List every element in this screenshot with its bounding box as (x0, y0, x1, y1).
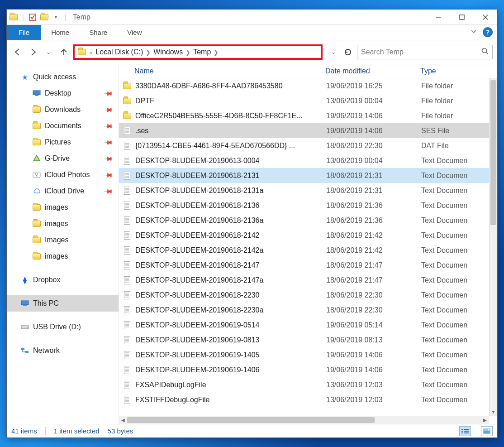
svg-marker-9 (33, 155, 40, 161)
file-row[interactable]: 3380DA48-6DBF-A686-8FF4-AAD78645358019/0… (119, 78, 489, 93)
file-date: 18/06/2019 21:31 (326, 187, 421, 195)
file-row[interactable]: DESKTOP-8LUDEEM-20190613-000413/06/2019 … (119, 153, 489, 168)
help-button[interactable]: ? (483, 27, 493, 37)
properties-icon[interactable] (29, 13, 37, 21)
dropbox-icon: ⧫ (20, 275, 29, 284)
scroll-right-icon[interactable]: ▶ (481, 418, 489, 423)
close-button[interactable] (474, 10, 497, 25)
sidebar-item-label: G-Drive (45, 154, 70, 163)
file-name: DESKTOP-8LUDEEM-20190618-2136 (135, 202, 326, 210)
file-row[interactable]: DESKTOP-8LUDEEM-20190618-2142a18/06/2019… (119, 243, 489, 258)
file-name: DESKTOP-8LUDEEM-20190618-2230 (135, 291, 326, 299)
file-row[interactable]: {07139514-CBE5-4461-89F4-5EAD670566DD} .… (119, 138, 489, 153)
file-type: DAT File (421, 142, 489, 150)
sidebar-item[interactable]: images (7, 248, 119, 264)
sidebar-item[interactable]: Pictures📌 (7, 134, 119, 150)
pin-icon: 📌 (104, 88, 114, 98)
folder-icon (123, 82, 132, 91)
folder-icon (77, 48, 86, 57)
svg-point-5 (482, 48, 487, 53)
new-folder-icon[interactable] (40, 13, 48, 21)
details-view-button[interactable] (459, 426, 471, 436)
col-date[interactable]: Date modified (325, 67, 420, 75)
file-row[interactable]: DESKTOP-8LUDEEM-20190618-2131a18/06/2019… (119, 183, 489, 198)
file-row[interactable]: DESKTOP-8LUDEEM-20190618-214218/06/2019 … (119, 228, 489, 243)
sidebar-item[interactable]: images (7, 199, 119, 216)
chevron-right-icon[interactable]: ❯ (183, 49, 193, 56)
file-row[interactable]: DESKTOP-8LUDEEM-20190618-213618/06/2019 … (119, 198, 489, 213)
file-row[interactable]: .ses19/06/2019 14:06SES File (119, 123, 489, 138)
file-row[interactable]: FXSTIFFDebugLogFile13/06/2019 12:03Text … (119, 392, 489, 407)
file-row[interactable]: OfficeC2R504BE5B5-555E-4D6B-8C50-FF8CF1E… (119, 108, 489, 123)
horizontal-scrollbar[interactable]: ◀ ▶ (119, 416, 489, 424)
chevron-right-icon[interactable]: ❯ (143, 49, 153, 56)
minimize-button[interactable] (427, 10, 450, 25)
file-type: Text Documen (421, 291, 489, 299)
search-icon[interactable] (481, 48, 489, 57)
file-row[interactable]: DESKTOP-8LUDEEM-20190618-214718/06/2019 … (119, 258, 489, 273)
file-row[interactable]: DESKTOP-8LUDEEM-20190619-081319/06/2019 … (119, 332, 489, 347)
ribbon: File Home Share View ? (7, 25, 497, 40)
file-row[interactable]: DESKTOP-8LUDEEM-20190618-2147a18/06/2019… (119, 273, 489, 288)
sidebar-label: Quick access (33, 73, 76, 81)
file-row[interactable]: DPTF13/06/2019 00:04File folder (119, 93, 489, 108)
tab-file[interactable]: File (7, 25, 41, 40)
tab-share[interactable]: Share (79, 25, 117, 40)
file-date: 19/06/2019 14:06 (326, 112, 421, 120)
file-row[interactable]: DESKTOP-8LUDEEM-20190618-213118/06/2019 … (119, 168, 489, 183)
scroll-left-icon[interactable]: ◀ (119, 418, 127, 423)
file-row[interactable]: DESKTOP-8LUDEEM-20190618-2136a18/06/2019… (119, 213, 489, 228)
file-row[interactable]: FXSAPIDebugLogFile13/06/2019 12:03Text D… (119, 377, 489, 392)
breadcrumb-segment[interactable]: Temp (193, 48, 211, 56)
sidebar-item-label: Images (45, 236, 68, 244)
sidebar-item[interactable]: Images (7, 232, 119, 248)
breadcrumb-segment[interactable]: Local Disk (C:) (95, 48, 143, 56)
maximize-button[interactable] (450, 10, 474, 25)
crumb-overflow-icon[interactable]: « (86, 48, 95, 56)
scroll-thumb-h[interactable] (127, 417, 375, 423)
tab-view[interactable]: View (117, 25, 152, 40)
sidebar-this-pc[interactable]: This PC (7, 295, 119, 312)
up-button[interactable] (57, 46, 70, 58)
chevron-right-icon[interactable]: ❯ (211, 49, 221, 56)
file-row[interactable]: DESKTOP-8LUDEEM-20190618-223018/06/2019 … (119, 288, 489, 303)
sidebar-network[interactable]: Network (7, 342, 119, 359)
file-type: Text Documen (421, 216, 489, 225)
tab-home[interactable]: Home (41, 25, 79, 40)
ribbon-expand-icon[interactable] (466, 25, 481, 40)
sidebar-item[interactable]: G-Drive📌 (7, 150, 119, 167)
address-bar[interactable]: « Local Disk (C:) ❯ Windows ❯ Temp ❯ (73, 44, 323, 60)
sidebar-usb[interactable]: USB Drive (D:) (7, 319, 119, 335)
col-type[interactable]: Type (420, 67, 493, 75)
sidebar-item[interactable]: iCloud Photos📌 (7, 167, 119, 183)
recent-dropdown-icon[interactable]: ⌄ (42, 46, 55, 58)
sidebar-item[interactable]: Downloads📌 (7, 101, 119, 118)
qat-dropdown-icon[interactable]: ▾ (52, 13, 60, 21)
refresh-button[interactable] (342, 46, 354, 58)
folder-icon (10, 13, 18, 21)
search-input[interactable]: Search Temp (357, 45, 493, 59)
folder-icon (123, 111, 132, 120)
thumbnails-view-button[interactable] (481, 426, 493, 436)
file-row[interactable]: DESKTOP-8LUDEEM-20190619-051419/06/2019 … (119, 317, 489, 332)
address-dropdown-icon[interactable]: ⌄ (327, 46, 340, 58)
sidebar-item[interactable]: Documents📌 (7, 118, 119, 134)
file-row[interactable]: DESKTOP-8LUDEEM-20190619-140619/06/2019 … (119, 362, 489, 377)
col-name[interactable]: Name (134, 67, 325, 75)
svg-rect-23 (464, 431, 469, 432)
scroll-down-icon[interactable]: ▼ (490, 408, 497, 416)
back-button[interactable] (11, 46, 24, 58)
sidebar-dropbox[interactable]: ⧫ Dropbox (7, 272, 119, 288)
file-row[interactable]: DESKTOP-8LUDEEM-20190618-2230a18/06/2019… (119, 303, 489, 317)
sidebar-item[interactable]: images (7, 216, 119, 232)
sidebar-item[interactable]: iCloud Drive📌 (7, 183, 119, 199)
sidebar-item[interactable]: Desktop📌 (7, 85, 119, 101)
forward-button[interactable] (27, 46, 39, 58)
vertical-scrollbar[interactable]: ▲ ▼ (489, 78, 497, 416)
file-name: DESKTOP-8LUDEEM-20190619-0813 (135, 336, 326, 344)
file-row[interactable]: DESKTOP-8LUDEEM-20190619-140519/06/2019 … (119, 347, 489, 362)
scroll-thumb[interactable] (490, 80, 496, 225)
folder-icon (32, 203, 41, 212)
sidebar-quick-access[interactable]: ★ Quick access (7, 69, 119, 85)
breadcrumb-segment[interactable]: Windows (153, 48, 183, 56)
